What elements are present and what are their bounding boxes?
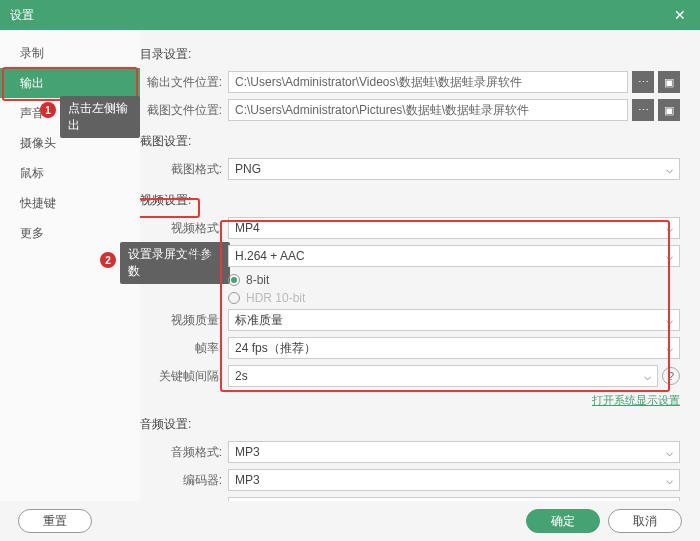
section-dir-title: 目录设置: bbox=[140, 46, 680, 63]
audio-encoder-value: MP3 bbox=[235, 473, 260, 487]
chevron-down-icon: ⌵ bbox=[644, 369, 651, 383]
sidebar: 录制 输出 声音 摄像头 鼠标 快捷键 更多 1 点击左侧输出 2 设置录屏文件… bbox=[0, 30, 140, 501]
sidebar-item-record[interactable]: 录制 bbox=[0, 38, 140, 68]
fps-label: 帧率: bbox=[140, 340, 222, 357]
ok-button[interactable]: 确定 bbox=[526, 509, 600, 533]
keyframe-label: 关键帧间隔: bbox=[140, 368, 222, 385]
section-screenshot-title: 截图设置: bbox=[140, 133, 680, 150]
more-icon[interactable]: ⋯ bbox=[632, 71, 654, 93]
video-format-select[interactable]: MP4⌵ bbox=[228, 217, 680, 239]
chevron-down-icon: ⌵ bbox=[666, 162, 673, 176]
folder-icon[interactable]: ▣ bbox=[658, 71, 680, 93]
fps-select[interactable]: 24 fps（推荐）⌵ bbox=[228, 337, 680, 359]
video-encoder-label: 编码器: bbox=[140, 248, 222, 265]
sidebar-item-output[interactable]: 输出 bbox=[0, 68, 140, 98]
chevron-down-icon: ⌵ bbox=[666, 313, 673, 327]
radio-label-hdr: HDR 10-bit bbox=[246, 291, 305, 305]
sidebar-item-mouse[interactable]: 鼠标 bbox=[0, 158, 140, 188]
content-panel: 目录设置: 输出文件位置: C:\Users\Administrator\Vid… bbox=[140, 30, 700, 501]
output-path-label: 输出文件位置: bbox=[140, 74, 222, 91]
video-quality-select[interactable]: 标准质量⌵ bbox=[228, 309, 680, 331]
screenshot-format-value: PNG bbox=[235, 162, 261, 176]
screenshot-format-label: 截图格式: bbox=[140, 161, 222, 178]
video-format-label: 视频格式: bbox=[140, 220, 222, 237]
bit-depth-8bit[interactable]: 8-bit bbox=[228, 273, 680, 287]
chevron-down-icon: ⌵ bbox=[666, 221, 673, 235]
sidebar-item-more[interactable]: 更多 bbox=[0, 218, 140, 248]
audio-format-value: MP3 bbox=[235, 445, 260, 459]
section-video-title: 视频设置: bbox=[140, 192, 680, 209]
annotation-tooltip-1: 点击左侧输出 bbox=[60, 96, 140, 138]
video-encoder-select[interactable]: H.264 + AAC⌵ bbox=[228, 245, 680, 267]
titlebar: 设置 ✕ bbox=[0, 0, 700, 30]
video-format-value: MP4 bbox=[235, 221, 260, 235]
video-quality-label: 视频质量: bbox=[140, 312, 222, 329]
chevron-down-icon: ⌵ bbox=[666, 249, 673, 263]
output-path-field[interactable]: C:\Users\Administrator\Videos\数据蛙\数据蛙录屏软… bbox=[228, 71, 628, 93]
help-icon[interactable]: ? bbox=[662, 367, 680, 385]
open-display-settings-link[interactable]: 打开系统显示设置 bbox=[592, 393, 680, 408]
keyframe-value: 2s bbox=[235, 369, 248, 383]
audio-quality-label: 音频质量: bbox=[140, 500, 222, 502]
chevron-down-icon: ⌵ bbox=[666, 445, 673, 459]
keyframe-select[interactable]: 2s⌵ bbox=[228, 365, 658, 387]
audio-format-select[interactable]: MP3⌵ bbox=[228, 441, 680, 463]
chevron-down-icon: ⌵ bbox=[666, 473, 673, 487]
audio-quality-select[interactable]: 无损质量⌵ bbox=[228, 497, 680, 501]
audio-format-label: 音频格式: bbox=[140, 444, 222, 461]
capture-path-field[interactable]: C:\Users\Administrator\Pictures\数据蛙\数据蛙录… bbox=[228, 99, 628, 121]
cancel-button[interactable]: 取消 bbox=[608, 509, 682, 533]
annotation-badge-1: 1 bbox=[40, 102, 56, 118]
fps-value: 24 fps（推荐） bbox=[235, 340, 316, 357]
sidebar-item-hotkey[interactable]: 快捷键 bbox=[0, 188, 140, 218]
bit-depth-hdr[interactable]: HDR 10-bit bbox=[228, 291, 680, 305]
radio-icon bbox=[228, 292, 240, 304]
audio-encoder-select[interactable]: MP3⌵ bbox=[228, 469, 680, 491]
more-icon[interactable]: ⋯ bbox=[632, 99, 654, 121]
radio-label-8bit: 8-bit bbox=[246, 273, 269, 287]
annotation-badge-2: 2 bbox=[100, 252, 116, 268]
audio-quality-value: 无损质量 bbox=[235, 500, 283, 502]
reset-button[interactable]: 重置 bbox=[18, 509, 92, 533]
close-icon[interactable]: ✕ bbox=[670, 7, 690, 23]
screenshot-format-select[interactable]: PNG⌵ bbox=[228, 158, 680, 180]
window-title: 设置 bbox=[10, 7, 670, 24]
folder-icon[interactable]: ▣ bbox=[658, 99, 680, 121]
capture-path-label: 截图文件位置: bbox=[140, 102, 222, 119]
footer: 重置 确定 取消 bbox=[0, 501, 700, 541]
video-encoder-value: H.264 + AAC bbox=[235, 249, 305, 263]
video-quality-value: 标准质量 bbox=[235, 312, 283, 329]
main-area: 录制 输出 声音 摄像头 鼠标 快捷键 更多 1 点击左侧输出 2 设置录屏文件… bbox=[0, 30, 700, 501]
audio-encoder-label: 编码器: bbox=[140, 472, 222, 489]
radio-icon bbox=[228, 274, 240, 286]
section-audio-title: 音频设置: bbox=[140, 416, 680, 433]
chevron-down-icon: ⌵ bbox=[666, 341, 673, 355]
